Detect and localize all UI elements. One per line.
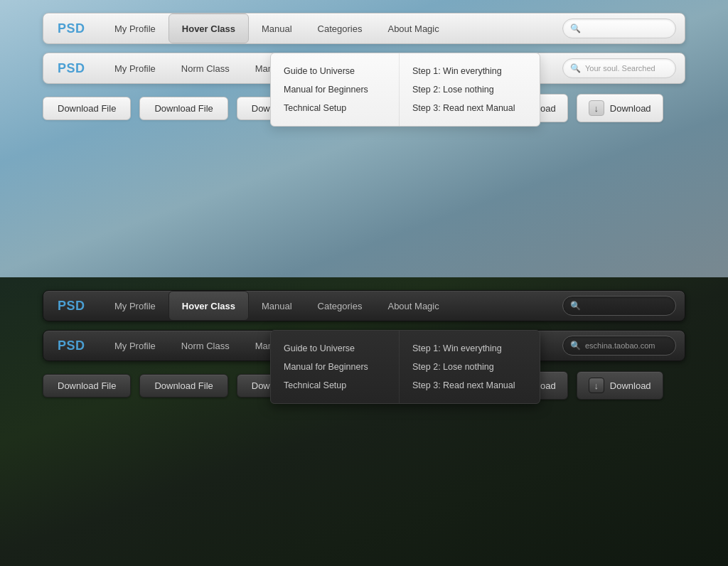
nav-item-myprofile-dark-1[interactable]: My Profile: [102, 291, 168, 321]
search-icon-dark-1: 🔍: [570, 301, 581, 311]
nav-item-normclass-2[interactable]: Norm Class: [168, 53, 242, 83]
dropdown-item-dark-2[interactable]: Manual for Beginners: [271, 358, 399, 376]
nav-search-light-2[interactable]: 🔍 Your soul. Searched: [562, 58, 676, 78]
dropdown-item-dark-5[interactable]: Step 2: Lose nothing: [400, 358, 528, 376]
download-label-light-3: Download: [610, 103, 651, 114]
nav-brand-light-1[interactable]: PSD: [52, 21, 102, 36]
navbar-light-1: PSD My Profile Hover Class Manual Catego…: [43, 13, 685, 44]
dropdown-item-dark-4[interactable]: Step 1: Win everything: [400, 339, 528, 358]
nav-item-categories-1[interactable]: Categories: [305, 14, 375, 43]
plain-btn-light-2[interactable]: Download File: [139, 97, 228, 120]
dropdown-item-4[interactable]: Step 1: Win everything: [400, 62, 528, 80]
nav-brand-dark-1[interactable]: PSD: [52, 299, 102, 314]
dropdown-col2-dark: Step 1: Win everything Step 2: Lose noth…: [399, 331, 528, 403]
plain-btn-light-1[interactable]: Download File: [43, 97, 131, 120]
dropdown-menu-light: Guide to Universe Manual for Beginners T…: [270, 53, 540, 127]
download-label-dark-3: Download: [610, 380, 651, 391]
dropdown-container-light: PSD My Profile Norm Class Manual Categor…: [43, 53, 685, 84]
plain-btn-dark-2[interactable]: Download File: [139, 374, 228, 397]
light-section: PSD My Profile Hover Class Manual Catego…: [0, 0, 728, 277]
search-icon-dark-2: 🔍: [570, 341, 581, 351]
nav-brand-light-2[interactable]: PSD: [52, 61, 102, 76]
nav-search-dark-1[interactable]: 🔍: [562, 296, 676, 316]
dropdown-item-2[interactable]: Manual for Beginners: [271, 80, 399, 99]
nav-brand-dark-2[interactable]: PSD: [52, 338, 102, 353]
dropdown-item-dark-6[interactable]: Step 3: Read next Manual: [400, 376, 528, 395]
plain-btn-dark-1[interactable]: Download File: [43, 374, 131, 397]
download-arrow-dark-3: ↓: [589, 378, 604, 393]
nav-item-hoverclass-1[interactable]: Hover Class: [168, 14, 249, 43]
dropdown-item-5[interactable]: Step 2: Lose nothing: [400, 80, 528, 99]
nav-item-myprofile-2[interactable]: My Profile: [102, 53, 168, 83]
nav-item-aboutmagic-dark-1[interactable]: About Magic: [375, 291, 451, 321]
download-btn-dark-3[interactable]: ↓ Download: [577, 371, 663, 400]
nav-item-manual-dark-1[interactable]: Manual: [249, 291, 305, 321]
dropdown-item-dark-3[interactable]: Technical Setup: [271, 376, 399, 395]
nav-item-myprofile-dark-2[interactable]: My Profile: [102, 331, 168, 361]
nav-item-hoverclass-dark-1[interactable]: Hover Class: [168, 291, 249, 321]
dropdown-col1-dark: Guide to Universe Manual for Beginners T…: [271, 331, 399, 403]
search-icon-2: 🔍: [570, 63, 581, 73]
dropdown-item-1[interactable]: Guide to Universe: [271, 62, 399, 80]
dropdown-container-dark: PSD My Profile Norm Class Manual Categor…: [43, 330, 685, 361]
dropdown-item-6[interactable]: Step 3: Read next Manual: [400, 99, 528, 117]
dark-section: PSD My Profile Hover Class Manual Catego…: [0, 277, 728, 566]
dropdown-menu-dark: Guide to Universe Manual for Beginners T…: [270, 330, 540, 404]
dropdown-col2-light: Step 1: Win everything Step 2: Lose noth…: [399, 53, 528, 126]
download-btn-light-3[interactable]: ↓ Download: [577, 94, 663, 122]
nav-item-aboutmagic-1[interactable]: About Magic: [375, 14, 451, 43]
nav-item-myprofile-1[interactable]: My Profile: [102, 14, 168, 43]
search-placeholder-light-2: Your soul. Searched: [585, 64, 655, 73]
nav-item-normclass-dark-2[interactable]: Norm Class: [168, 331, 242, 361]
dropdown-item-dark-1[interactable]: Guide to Universe: [271, 339, 399, 358]
nav-item-categories-dark-1[interactable]: Categories: [305, 291, 375, 321]
dropdown-col1-light: Guide to Universe Manual for Beginners T…: [271, 53, 399, 126]
dropdown-item-3[interactable]: Technical Setup: [271, 99, 399, 117]
search-icon-1: 🔍: [570, 23, 581, 33]
nav-search-dark-2[interactable]: 🔍 eschina.taobao.com: [562, 336, 676, 356]
navbar-dark-1: PSD My Profile Hover Class Manual Catego…: [43, 290, 685, 321]
download-arrow-light-3: ↓: [589, 100, 604, 116]
search-placeholder-dark-2: eschina.taobao.com: [585, 341, 655, 350]
nav-item-manual-1[interactable]: Manual: [249, 14, 305, 43]
nav-search-light-1[interactable]: 🔍: [562, 18, 676, 38]
